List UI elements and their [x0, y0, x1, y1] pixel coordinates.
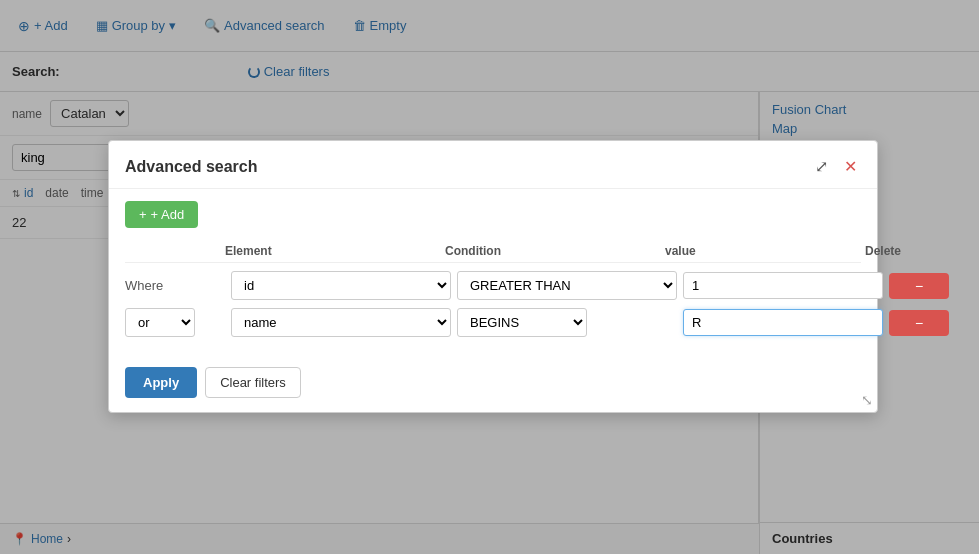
- begins-select-wrap: BEGINS CONTAINS ENDS EQUALS: [457, 308, 677, 337]
- header-empty: [125, 244, 225, 258]
- apply-button[interactable]: Apply: [125, 367, 197, 398]
- where-label: Where: [125, 278, 225, 293]
- delete-button-1[interactable]: −: [889, 273, 949, 299]
- advanced-search-modal: Advanced search ⤢ ✕ + + Add Element Cond…: [108, 140, 878, 413]
- condition-row-2: or and id name date time BEGINS CONTAINS…: [125, 308, 861, 337]
- element-select-1[interactable]: id name date time: [231, 271, 451, 300]
- conditions-header: Element Condition value Delete: [125, 240, 861, 263]
- element-select-2[interactable]: id name date time: [231, 308, 451, 337]
- connector-wrap: or and: [125, 308, 225, 337]
- connector-select[interactable]: or and: [125, 308, 195, 337]
- modal-close-button[interactable]: ✕: [840, 155, 861, 178]
- modal-add-button[interactable]: + + Add: [125, 201, 198, 228]
- minus-icon-2: −: [915, 315, 923, 331]
- modal-header: Advanced search ⤢ ✕: [109, 141, 877, 189]
- modal-header-icons: ⤢ ✕: [811, 155, 861, 178]
- minus-icon-1: −: [915, 278, 923, 294]
- header-condition: Condition: [445, 244, 665, 258]
- external-link-icon: ⤢: [815, 158, 828, 175]
- modal-clear-filters-button[interactable]: Clear filters: [205, 367, 301, 398]
- value-input-2[interactable]: [683, 309, 883, 336]
- header-element: Element: [225, 244, 445, 258]
- condition-select-1[interactable]: GREATER THAN LESS THAN EQUALS NOT EQUALS: [457, 271, 677, 300]
- modal-title: Advanced search: [125, 158, 258, 176]
- condition-select-2[interactable]: BEGINS CONTAINS ENDS EQUALS: [457, 308, 587, 337]
- delete-button-2[interactable]: −: [889, 310, 949, 336]
- close-icon: ✕: [844, 158, 857, 175]
- modal-add-icon: +: [139, 207, 147, 222]
- header-delete: Delete: [865, 244, 925, 258]
- modal-footer: Apply Clear filters: [109, 357, 877, 412]
- value-input-1[interactable]: [683, 272, 883, 299]
- modal-open-icon-button[interactable]: ⤢: [811, 155, 832, 178]
- header-value: value: [665, 244, 865, 258]
- conditions-table: Element Condition value Delete Where id …: [125, 240, 861, 337]
- resize-handle[interactable]: ⤡: [861, 392, 873, 408]
- modal-add-label: + Add: [151, 207, 185, 222]
- modal-body: + + Add Element Condition value Delete W…: [109, 189, 877, 357]
- condition-row-1: Where id name date time GREATER THAN LES…: [125, 271, 861, 300]
